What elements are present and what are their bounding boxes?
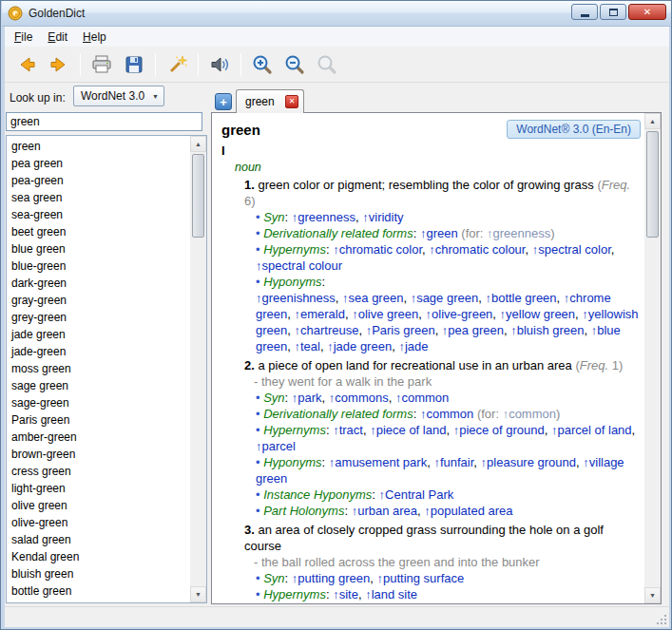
list-item[interactable]: sage-green — [7, 394, 190, 411]
list-item[interactable]: beet green — [7, 223, 190, 240]
article-link[interactable]: ↑parcel — [256, 439, 296, 453]
menu-item-edit[interactable]: Edit — [40, 29, 75, 46]
article-link[interactable]: ↑teal — [294, 339, 319, 353]
article-link[interactable]: ↑populated area — [424, 504, 512, 518]
article-link[interactable]: ↑piece of ground — [453, 423, 545, 437]
article-link[interactable]: ↑piece of land — [370, 423, 446, 437]
zoom-reset-button[interactable] — [313, 50, 341, 79]
article-link[interactable]: ↑green — [420, 226, 458, 240]
wordlist-scrollbar[interactable]: ▲ ▼ — [190, 136, 206, 602]
article-link[interactable]: ↑olive-green — [426, 307, 493, 321]
forward-button[interactable] — [45, 50, 73, 79]
article-link[interactable]: ↑tract — [333, 423, 363, 437]
menu-item-file[interactable]: File — [7, 29, 40, 46]
resize-grip[interactable] — [655, 613, 668, 626]
article-link[interactable]: ↑park — [292, 391, 322, 405]
article-link[interactable]: ↑bottle green — [485, 291, 556, 305]
article-link[interactable]: ↑spectral colour — [256, 258, 342, 273]
article-link[interactable]: ↑olive green — [352, 307, 418, 321]
list-item[interactable]: brown-green — [7, 446, 190, 463]
article-link[interactable]: ↑amusement park — [329, 455, 427, 469]
scrollbar-thumb[interactable] — [192, 154, 204, 238]
back-button[interactable] — [12, 50, 41, 79]
article-link[interactable]: ↑putting surface — [376, 571, 464, 585]
article-link[interactable]: ↑bluish green — [510, 323, 584, 337]
article-link[interactable]: ↑putting green — [292, 571, 370, 585]
close-button[interactable]: ✕ — [628, 4, 666, 20]
scroll-up-arrow[interactable]: ▲ — [644, 113, 661, 129]
list-item[interactable]: pea-green — [7, 172, 190, 189]
article-link[interactable]: ↑Paris green — [366, 323, 435, 337]
zoom-in-button[interactable] — [248, 50, 277, 79]
article-link[interactable]: ↑commons — [329, 391, 389, 405]
article-link[interactable]: ↑pleasure ground — [481, 455, 576, 469]
sound-button[interactable] — [205, 50, 234, 79]
list-item[interactable]: bottle green — [7, 582, 190, 600]
list-item[interactable]: blue-green — [7, 258, 190, 275]
app-icon[interactable] — [8, 6, 23, 21]
list-item[interactable]: dark-green — [7, 275, 190, 292]
article-link[interactable]: ↑sea green — [342, 291, 403, 305]
list-item[interactable]: jade-green — [7, 343, 190, 360]
menu-item-help[interactable]: Help — [75, 29, 114, 46]
scrollbar-thumb[interactable] — [646, 131, 659, 238]
add-tab-button[interactable]: + — [215, 93, 232, 110]
maximize-button[interactable] — [600, 4, 626, 20]
print-button[interactable] — [87, 50, 116, 79]
dictionary-group-select[interactable]: WordNet 3.0 ▼ — [73, 86, 164, 106]
article-link[interactable]: ↑parcel of land — [551, 423, 632, 437]
article-link[interactable]: ↑common — [420, 407, 473, 421]
list-item[interactable]: jade green — [7, 326, 190, 343]
article-link[interactable]: ↑jade green — [327, 339, 392, 353]
tab-green[interactable]: green ✕ — [236, 89, 304, 113]
list-item[interactable]: Paris green — [7, 411, 190, 429]
scroll-down-arrow[interactable]: ▼ — [190, 586, 206, 602]
article-link[interactable]: ↑greenness — [292, 210, 355, 224]
list-item[interactable]: grey-green — [7, 309, 190, 326]
article-link[interactable]: ↑common — [395, 391, 449, 405]
list-item[interactable]: salad green — [7, 531, 190, 548]
zoom-out-button[interactable] — [280, 50, 309, 79]
list-item[interactable]: light-green — [7, 480, 190, 497]
list-item[interactable]: Kendal green — [7, 548, 190, 565]
save-article-button[interactable] — [120, 50, 148, 79]
search-input[interactable] — [6, 112, 202, 131]
article-link[interactable]: ↑chromatic colour — [429, 242, 525, 257]
list-item[interactable]: sea-green — [7, 206, 190, 223]
article-link[interactable]: ↑urban area — [352, 504, 417, 518]
list-item[interactable]: pea green — [7, 155, 190, 172]
article-link[interactable]: ↑land site — [365, 587, 417, 601]
list-item[interactable]: sea green — [7, 189, 190, 206]
list-item[interactable]: sage green — [7, 377, 190, 394]
list-item[interactable]: olive-green — [7, 514, 190, 531]
article-link[interactable]: ↑Central Park — [379, 487, 454, 502]
list-item[interactable]: green — [7, 138, 190, 155]
article-link[interactable]: ↑pea green — [442, 323, 504, 337]
article-scrollbar[interactable]: ▲ ▼ — [644, 113, 661, 603]
scroll-down-arrow[interactable]: ▼ — [644, 587, 661, 603]
minimize-button[interactable] — [571, 4, 598, 20]
article-link[interactable]: ↑emerald — [294, 307, 344, 321]
list-item[interactable]: moss green — [7, 360, 190, 377]
article-link[interactable]: ↑greenishness — [256, 291, 336, 305]
article-link[interactable]: ↑funfair — [433, 455, 473, 469]
list-item[interactable]: blue green — [7, 240, 190, 258]
article-link[interactable]: ↑chromatic color — [333, 242, 422, 257]
article-link[interactable]: ↑viridity — [362, 210, 403, 224]
article-link[interactable]: ↑jade — [398, 339, 428, 353]
list-item[interactable]: cress green — [7, 463, 190, 480]
article-link[interactable]: ↑yellow green — [500, 307, 576, 321]
list-item[interactable]: gray-green — [7, 292, 190, 309]
article-link[interactable]: ↑sage green — [411, 291, 479, 305]
list-item[interactable]: olive green — [7, 497, 190, 514]
list-item[interactable]: amber-green — [7, 429, 190, 446]
list-item[interactable]: bluish green — [7, 565, 190, 582]
dictionary-badge[interactable]: WordNet® 3.0 (En-En) — [507, 120, 641, 139]
scroll-up-arrow[interactable]: ▲ — [190, 136, 206, 152]
tab-close-button[interactable]: ✕ — [285, 95, 298, 108]
article-link[interactable]: ↑spectral color — [532, 242, 611, 257]
title-bar[interactable]: GoldenDict ✕ — [2, 1, 672, 27]
article-link[interactable]: ↑chartreuse — [294, 323, 358, 337]
wand-button[interactable] — [163, 50, 191, 79]
article-link[interactable]: ↑site — [333, 587, 358, 601]
